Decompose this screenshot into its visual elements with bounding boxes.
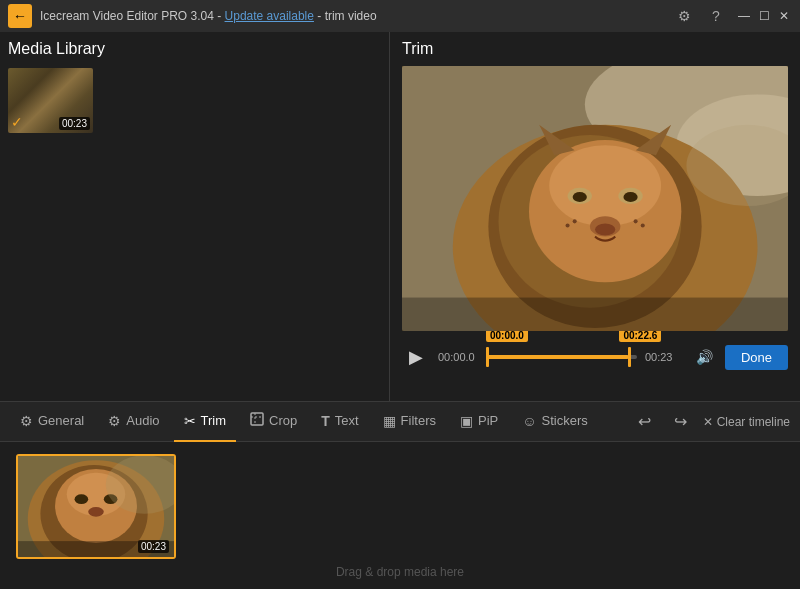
title-bar: ← Icecream Video Editor PRO 3.04 - Updat… xyxy=(0,0,800,32)
undo-button[interactable]: ↩ xyxy=(631,408,659,436)
crop-icon xyxy=(250,412,264,429)
trim-panel: Trim xyxy=(390,32,800,401)
media-thumbnail[interactable]: ✓ 00:23 xyxy=(8,68,93,133)
svg-point-17 xyxy=(641,223,645,227)
tab-pip-label: PiP xyxy=(478,413,498,428)
media-library-title: Media Library xyxy=(8,40,381,58)
track-fill xyxy=(486,355,629,359)
svg-point-16 xyxy=(634,219,638,223)
timeline-controls: ↩ ↪ ✕ Clear timeline xyxy=(631,408,790,436)
play-button[interactable]: ▶ xyxy=(402,343,430,371)
settings-icon: ⚙ xyxy=(678,8,691,24)
volume-icon: 🔊 xyxy=(696,349,713,365)
trim-title: Trim xyxy=(402,40,788,58)
trim-icon: ✂ xyxy=(184,413,196,429)
close-button[interactable]: ✕ xyxy=(776,8,792,24)
playback-controls: ▶ 00:00.0 00:00.0 00:22.6 00:23 🔊 Done xyxy=(402,339,788,375)
svg-point-13 xyxy=(595,223,615,235)
undo-icon: ↩ xyxy=(638,412,651,431)
play-icon: ▶ xyxy=(409,346,423,368)
tab-pip[interactable]: ▣ PiP xyxy=(450,402,508,442)
tab-bar: ⚙ General ⚙ Audio ✂ Trim Crop T Text xyxy=(0,402,800,442)
redo-icon: ↪ xyxy=(674,412,687,431)
audio-icon: ⚙ xyxy=(108,413,121,429)
tab-general[interactable]: ⚙ General xyxy=(10,402,94,442)
media-duration: 00:23 xyxy=(59,117,90,130)
pip-icon: ▣ xyxy=(460,413,473,429)
tab-audio-label: Audio xyxy=(126,413,159,428)
minimize-button[interactable]: — xyxy=(736,8,752,24)
done-button[interactable]: Done xyxy=(725,345,788,370)
media-check-icon: ✓ xyxy=(11,114,23,130)
timeline-clip[interactable]: 00:23 xyxy=(16,454,176,559)
svg-point-14 xyxy=(573,219,577,223)
text-icon: T xyxy=(321,413,330,429)
video-preview-svg xyxy=(402,66,788,331)
svg-point-32 xyxy=(88,507,104,517)
tab-text-label: Text xyxy=(335,413,359,428)
tab-trim-label: Trim xyxy=(201,413,227,428)
tab-stickers[interactable]: ☺ Stickers xyxy=(512,402,598,442)
clear-icon: ✕ xyxy=(703,415,713,429)
redo-button[interactable]: ↪ xyxy=(667,408,695,436)
stickers-icon: ☺ xyxy=(522,413,536,429)
svg-rect-20 xyxy=(402,298,788,331)
trim-handle-right[interactable] xyxy=(628,347,631,367)
tab-crop-label: Crop xyxy=(269,413,297,428)
media-library: Media Library ✓ 00:23 xyxy=(0,32,390,401)
window-controls: — ☐ ✕ xyxy=(736,8,792,24)
svg-point-10 xyxy=(573,192,587,202)
volume-button[interactable]: 🔊 xyxy=(693,345,717,369)
update-link[interactable]: Update available xyxy=(225,9,314,23)
timeline-area: 00:23 Drag & drop media here xyxy=(0,442,800,589)
time-end: 00:23 xyxy=(645,351,685,363)
app: Media Library ✓ 00:23 Trim xyxy=(0,32,800,589)
help-icon: ? xyxy=(712,8,720,24)
tab-trim[interactable]: ✂ Trim xyxy=(174,402,237,442)
help-button[interactable]: ? xyxy=(704,4,728,28)
panels: Media Library ✓ 00:23 Trim xyxy=(0,32,800,402)
back-icon: ← xyxy=(13,8,27,24)
svg-point-11 xyxy=(623,192,637,202)
tab-crop[interactable]: Crop xyxy=(240,402,307,442)
trim-handle-left[interactable] xyxy=(486,347,489,367)
timeline-clip-duration: 00:23 xyxy=(138,540,169,553)
tab-stickers-label: Stickers xyxy=(542,413,588,428)
maximize-button[interactable]: ☐ xyxy=(756,8,772,24)
svg-point-30 xyxy=(75,494,89,504)
settings-button[interactable]: ⚙ xyxy=(672,4,696,28)
clear-timeline-button[interactable]: ✕ Clear timeline xyxy=(703,415,790,429)
video-preview xyxy=(402,66,788,331)
tab-audio[interactable]: ⚙ Audio xyxy=(98,402,169,442)
general-icon: ⚙ xyxy=(20,413,33,429)
clear-label: Clear timeline xyxy=(717,415,790,429)
tab-general-label: General xyxy=(38,413,84,428)
svg-rect-22 xyxy=(251,413,263,425)
time-start: 00:00.0 xyxy=(438,351,478,363)
tab-text[interactable]: T Text xyxy=(311,402,368,442)
title-text: Icecream Video Editor PRO 3.04 - Update … xyxy=(40,9,664,23)
filters-icon: ▦ xyxy=(383,413,396,429)
svg-point-15 xyxy=(566,223,570,227)
tab-filters[interactable]: ▦ Filters xyxy=(373,402,446,442)
back-button[interactable]: ← xyxy=(8,4,32,28)
svg-point-7 xyxy=(549,145,661,226)
tab-filters-label: Filters xyxy=(401,413,436,428)
timeline-track[interactable]: 00:00.0 00:22.6 xyxy=(486,343,637,371)
drag-hint: Drag & drop media here xyxy=(200,565,600,579)
